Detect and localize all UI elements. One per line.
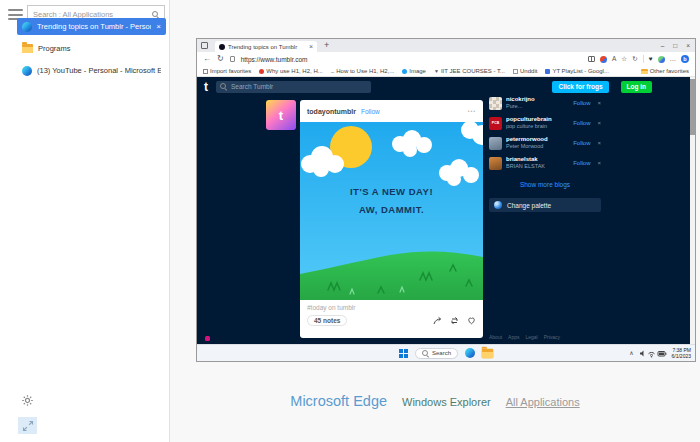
palette-icon <box>494 201 502 209</box>
folder-icon <box>22 44 33 53</box>
notes-count[interactable]: 45 notes <box>307 315 347 326</box>
favorites-bar: Import favorites Why use H1, H2, H... ~H… <box>197 66 695 77</box>
divider <box>643 55 644 63</box>
post-image[interactable]: IT'S A NEW DAY! AW, DAMMIT. <box>300 122 483 300</box>
favorite-import[interactable]: Import favorites <box>203 68 251 74</box>
group-link-microsoft-edge[interactable]: Microsoft Edge <box>290 393 387 409</box>
dismiss-icon[interactable]: × <box>597 100 601 106</box>
doc-icon <box>545 69 550 74</box>
file-explorer-icon[interactable] <box>482 348 494 357</box>
tray-status-icons[interactable] <box>639 349 667 358</box>
footer-link[interactable]: Legal <box>525 334 537 340</box>
support-button[interactable] <box>205 336 210 341</box>
bing-discover-icon[interactable]: b <box>681 55 689 63</box>
tab-actions-icon[interactable] <box>201 42 208 49</box>
tumblr-search-placeholder: Search Tumblr <box>231 83 273 90</box>
click-for-frogs-button[interactable]: Click for frogs <box>552 81 608 93</box>
dismiss-icon[interactable]: × <box>597 140 601 146</box>
post-tag[interactable]: #today on tumblr <box>300 300 483 311</box>
avatar <box>489 137 502 150</box>
page-scrollbar[interactable] <box>690 77 695 344</box>
tab-trending-topics[interactable]: Trending topics on Tumblr × <box>215 41 317 52</box>
scrollbar-thumb[interactable] <box>690 79 695 135</box>
group-link-all-applications[interactable]: All Applications <box>506 396 580 408</box>
blog-row[interactable]: petermorwoodPeter Morwood Follow × <box>489 133 601 153</box>
sidebar: Search : All Applications Trending topic… <box>0 0 170 442</box>
dismiss-icon[interactable]: × <box>597 160 601 166</box>
extensions-icon[interactable] <box>658 56 665 63</box>
share-icon[interactable] <box>433 316 442 325</box>
favorites-star-icon[interactable]: ☆ <box>621 56 627 63</box>
like-heart-icon[interactable] <box>467 316 476 325</box>
search-icon <box>152 11 159 18</box>
sidebar-item-label: (13) YouTube - Personal - Microsoft Edge <box>37 66 161 75</box>
follow-link[interactable]: Follow <box>573 160 590 166</box>
post-avatar[interactable]: t <box>266 100 296 130</box>
wave-icon: ~ <box>331 69 335 74</box>
follow-link[interactable]: Follow <box>573 100 590 106</box>
footer-link[interactable]: About <box>489 334 502 340</box>
new-tab-button[interactable]: + <box>324 41 329 50</box>
tumblr-search-input[interactable]: Search Tumblr <box>216 81 371 93</box>
read-aloud-icon[interactable]: A <box>612 56 616 63</box>
avatar <box>489 97 502 110</box>
back-icon[interactable]: ← <box>203 55 211 63</box>
post-menu-icon[interactable]: ••• <box>468 108 476 114</box>
footer-link[interactable]: Apps <box>508 334 519 340</box>
favorite-image[interactable]: Image <box>402 68 426 74</box>
taskbar-clock[interactable]: 7:38 PM 6/1/2023 <box>672 347 691 360</box>
edge-icon <box>22 22 32 32</box>
tray-overflow-icon[interactable]: ∧ <box>629 350 633 356</box>
edge-taskbar-icon[interactable] <box>465 348 475 358</box>
post-header: todayontumblr Follow ••• <box>300 100 483 122</box>
split-screen-icon[interactable] <box>588 56 595 62</box>
minimize-button[interactable]: – <box>661 42 665 49</box>
follow-link[interactable]: Follow <box>573 120 590 126</box>
reblog-icon[interactable] <box>450 316 459 325</box>
post-footer: 45 notes <box>300 311 483 326</box>
tumblr-logo[interactable]: t <box>204 80 208 94</box>
browser-essentials-icon[interactable]: ♥ <box>649 56 653 63</box>
sidebar-item-tumblr-window[interactable]: Trending topics on Tumblr - Personal - M… <box>17 18 166 35</box>
url-text[interactable]: https://www.tumblr.com <box>241 56 308 63</box>
edge-window-preview[interactable]: Trending topics on Tumblr × + – □ × ← ↻ … <box>196 38 696 362</box>
dismiss-icon[interactable]: × <box>597 120 601 126</box>
maximize-button[interactable]: □ <box>673 42 677 49</box>
follow-link[interactable]: Follow <box>361 108 380 115</box>
close-icon[interactable]: × <box>156 23 161 31</box>
close-window-button[interactable]: × <box>686 42 690 49</box>
favorite-how-to-use-h1[interactable]: ~How to Use H1, H2,... <box>331 68 395 74</box>
sidebar-item-programs[interactable]: Programs <box>17 40 166 57</box>
show-more-blogs-link[interactable]: Show more blogs <box>489 181 601 188</box>
follow-link[interactable]: Follow <box>573 140 590 146</box>
avatar: PCB <box>489 117 502 130</box>
blog-row[interactable]: nicokrijnoPure... Follow × <box>489 93 601 113</box>
footer-link[interactable]: Privacy <box>544 334 560 340</box>
sidebar-item-youtube-window[interactable]: (13) YouTube - Personal - Microsoft Edge <box>17 62 166 79</box>
settings-gear-icon[interactable] <box>21 393 34 406</box>
settings-menu-icon[interactable]: … <box>670 56 677 63</box>
favorite-unddit[interactable]: Unddit <box>513 68 537 74</box>
extension-icon[interactable] <box>600 56 607 63</box>
edge-icon <box>22 66 32 76</box>
sync-icon[interactable]: ↻ <box>632 56 637 63</box>
blog-row[interactable]: brianelstakBRIAN ELSTAK Follow × <box>489 153 601 173</box>
tab-bar: Trending topics on Tumblr × + – □ × <box>197 39 695 52</box>
change-palette-button[interactable]: Change palette <box>489 198 601 212</box>
other-favorites-button[interactable]: Other favorites <box>641 68 689 74</box>
favorite-yt-playlist[interactable]: YT PlayList - Googl... <box>545 68 609 74</box>
blog-row[interactable]: PCB popculturebrainpop culture brain Fol… <box>489 113 601 133</box>
refresh-icon[interactable]: ↻ <box>217 55 224 63</box>
favorite-iit-jee[interactable]: ▼IIT JEE COURSES - T... <box>434 68 505 74</box>
login-button[interactable]: Log in <box>621 81 653 93</box>
group-link-windows-explorer[interactable]: Windows Explorer <box>402 396 491 408</box>
fullscreen-icon[interactable] <box>18 417 37 434</box>
blog-name[interactable]: todayontumblr <box>307 108 356 115</box>
start-button-icon[interactable] <box>399 349 408 358</box>
taskbar-search[interactable]: Search <box>415 348 458 359</box>
window-controls: – □ × <box>661 39 690 52</box>
site-info-icon[interactable] <box>230 56 235 62</box>
favorite-why-use-h1[interactable]: Why use H1, H2, H... <box>259 68 322 74</box>
triangle-icon: ▼ <box>434 69 439 74</box>
tab-close-icon[interactable]: × <box>309 43 313 50</box>
